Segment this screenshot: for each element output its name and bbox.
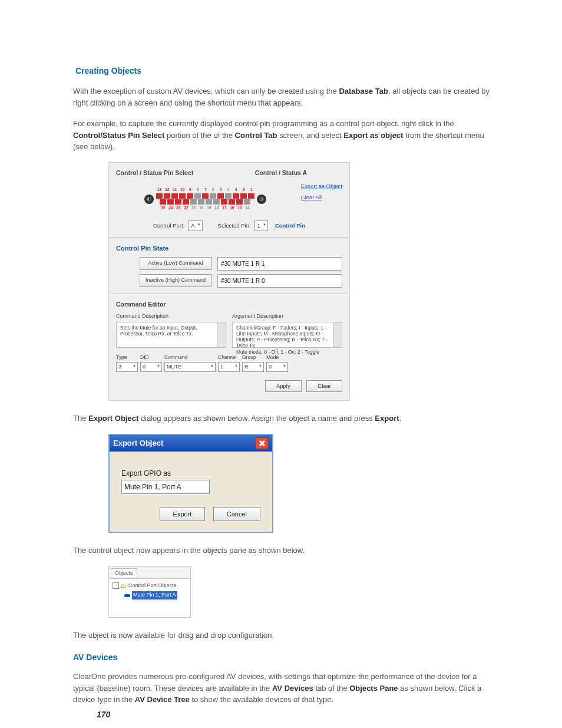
- label: Control Port:: [153, 222, 184, 230]
- text: to show the available devices of that ty…: [190, 695, 333, 704]
- text-bold: Database Tab: [339, 87, 388, 95]
- text-bold: Export Object: [88, 414, 138, 423]
- inactive-command-button[interactable]: Inactive (High) Command: [140, 274, 211, 287]
- text: The: [73, 414, 88, 423]
- objects-pane: Objects − 🗀 Control Port Objects Mute Pi…: [108, 566, 191, 618]
- page-number: 170: [97, 709, 110, 721]
- text-bold: AV Devices: [272, 684, 313, 693]
- paragraph: With the exception of custom AV devices,…: [73, 85, 492, 108]
- text-bold: Control Tab: [235, 131, 277, 140]
- type-select[interactable]: 3: [116, 362, 138, 373]
- command-select[interactable]: MUTE: [164, 362, 216, 373]
- text: .: [399, 414, 402, 423]
- section-title: Control / Status Pin Select: [116, 169, 193, 178]
- label: Command Description: [116, 312, 226, 321]
- figure-control-status: Control / Status Pin Select Control / St…: [108, 162, 350, 401]
- collapse-icon[interactable]: −: [113, 582, 119, 589]
- text: Sets the Mute for an Input, Output, Proc…: [120, 325, 197, 337]
- channel-select[interactable]: 1: [218, 362, 240, 373]
- command-description-box: Sets the Mute for an Input, Output, Proc…: [116, 322, 226, 348]
- export-object-dialog: Export Object Export GPIO as Mute Pin 1,…: [108, 434, 273, 533]
- section-title: Control / Status A: [255, 169, 307, 178]
- paragraph: ClearOne provides numerous pre-configure…: [73, 671, 492, 706]
- text: tab of the: [313, 684, 349, 693]
- dialog-title: Export Object: [113, 437, 163, 449]
- text-bold: Export: [375, 414, 399, 423]
- heading-av-devices: AV Devices: [73, 651, 492, 664]
- folder-icon: 🗀: [121, 581, 127, 590]
- text: portion of the of the: [164, 131, 234, 140]
- paragraph: The control object now appears in the ob…: [73, 545, 492, 556]
- text: With the exception of custom AV devices,…: [73, 87, 339, 95]
- mode-select[interactable]: 0: [266, 362, 288, 373]
- text-bold: Control/Status Pin Select: [73, 131, 164, 140]
- tree-folder-row[interactable]: − 🗀 Control Port Objects: [113, 581, 187, 590]
- clear-all-link[interactable]: Clear All: [301, 193, 342, 202]
- text-bold: Objects Pane: [349, 684, 398, 693]
- text: Channel/Group: F - Faders; I - Inputs; L…: [236, 325, 328, 355]
- inactive-command-field[interactable]: #30 MUTE 1 R 0: [217, 274, 342, 288]
- label: Selected Pin:: [218, 222, 251, 230]
- did-select[interactable]: 0: [140, 362, 162, 373]
- section-title: Command Editor: [116, 300, 342, 309]
- export-as-object-link[interactable]: Export as Object: [301, 182, 342, 190]
- tree-item-row[interactable]: Mute Pin 1, Port A: [124, 591, 187, 599]
- label: Type: [116, 354, 138, 361]
- paragraph: The Export Object dialog appears as show…: [73, 413, 492, 424]
- scrollbar[interactable]: [333, 322, 342, 347]
- group-select[interactable]: R: [242, 362, 264, 373]
- paragraph: For example, to capture the currently di…: [73, 118, 492, 153]
- scrollbar[interactable]: [217, 322, 226, 347]
- export-name-input[interactable]: Mute Pin 1, Port A: [121, 480, 210, 494]
- close-icon[interactable]: [256, 437, 269, 449]
- tab-objects[interactable]: Objects: [111, 568, 137, 579]
- argument-description-box: Channel/Group: F - Faders; I - Inputs; L…: [232, 322, 342, 348]
- port-plug-icon: ◐: [144, 195, 154, 204]
- active-command-button[interactable]: Active (Low) Command: [140, 257, 211, 270]
- export-button[interactable]: Export: [160, 507, 206, 522]
- label: Command: [164, 354, 216, 361]
- text: For example, to capture the currently di…: [73, 119, 454, 128]
- active-command-field[interactable]: #30 MUTE 1 R 1: [217, 257, 342, 271]
- pin-icon: [124, 594, 130, 597]
- tree-item-label: Mute Pin 1, Port A: [132, 591, 177, 599]
- label: Argument Description: [232, 312, 342, 321]
- tree-folder-label: Control Port Objects: [128, 582, 176, 590]
- connector-diagram: ◐ 13121110987654321 25242322212019181716…: [116, 187, 295, 211]
- text-bold: AV Device Tree: [135, 695, 190, 704]
- text-bold: Export as object: [343, 131, 403, 140]
- apply-button[interactable]: Apply: [265, 380, 302, 392]
- section-title: Control Pin State: [116, 243, 342, 253]
- port-plug-icon: ◑: [257, 195, 266, 204]
- control-pin-label: Control Pin: [275, 222, 305, 230]
- paragraph: The object is now available for drag and…: [73, 630, 492, 641]
- selected-pin-select[interactable]: 1: [254, 220, 268, 231]
- label: DID: [140, 354, 162, 361]
- clear-button[interactable]: Clear: [306, 380, 342, 392]
- control-port-select[interactable]: A: [188, 220, 202, 231]
- text: screen, and select: [277, 131, 344, 140]
- label: Export GPIO as: [121, 468, 260, 479]
- heading-creating-objects: Creating Objects: [75, 65, 492, 77]
- cancel-button[interactable]: Cancel: [213, 507, 260, 522]
- text: dialog appears as shown below. Assign th…: [138, 414, 375, 423]
